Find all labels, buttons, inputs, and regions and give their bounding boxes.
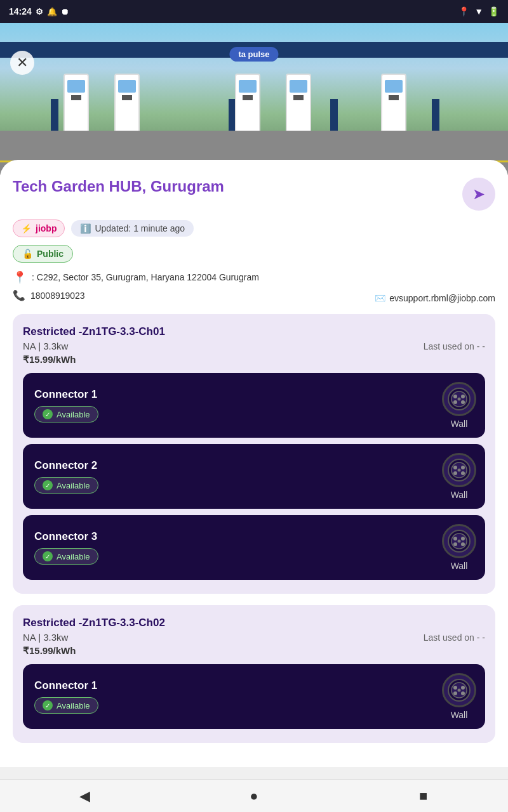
contact-row: 📞 18008919023 ✉️ evsupport.rbml@jiobp.co… bbox=[13, 289, 495, 306]
connector-2-1-status-text: Available bbox=[57, 701, 90, 710]
nav-back-button[interactable]: ◀ bbox=[68, 780, 101, 813]
nav-stop-button[interactable]: ■ bbox=[407, 780, 440, 813]
svg-point-6 bbox=[458, 398, 461, 401]
available-dot-icon: ✓ bbox=[43, 409, 53, 419]
charger-1-power: NA | 3.3kw bbox=[23, 341, 68, 351]
connector-1-1-left: Connector 1 ✓ Available bbox=[34, 388, 98, 422]
lock-icon: 🔓 bbox=[22, 249, 33, 259]
location-pin-icon: 📍 bbox=[13, 270, 27, 284]
svg-point-17 bbox=[461, 537, 465, 540]
charger-2-last-used: Last used on - - bbox=[424, 632, 485, 643]
connector-socket-2-icon bbox=[442, 453, 476, 487]
stop-square-icon: ■ bbox=[419, 788, 427, 804]
charger-visual-2 bbox=[114, 74, 140, 137]
connector-1-2-name: Connector 2 bbox=[34, 459, 98, 472]
svg-point-24 bbox=[461, 686, 465, 690]
battery-icon: 🔋 bbox=[488, 6, 499, 16]
svg-point-18 bbox=[453, 542, 457, 546]
status-bar: 14:24 ⚙ 🔔 ⏺ 📍 ▼ 🔋 bbox=[0, 0, 508, 23]
public-tag: 🔓 Public bbox=[13, 245, 73, 263]
charger-1-last-used: Last used on - - bbox=[424, 341, 485, 351]
close-icon: ✕ bbox=[17, 55, 28, 71]
phone-text: 18008919023 bbox=[30, 291, 85, 301]
svg-point-16 bbox=[453, 537, 457, 540]
svg-point-3 bbox=[461, 395, 465, 398]
public-label: Public bbox=[37, 249, 64, 259]
status-icon-record: ⏺ bbox=[61, 7, 69, 16]
phone-icon: 📞 bbox=[13, 289, 25, 301]
connector-socket-icon bbox=[442, 382, 476, 416]
available-dot-2-icon: ✓ bbox=[43, 480, 53, 490]
connector-1-2-label: Wall bbox=[451, 490, 468, 500]
svg-point-9 bbox=[453, 466, 457, 469]
connector-1-3-status: ✓ Available bbox=[34, 548, 98, 565]
tags-row: ⚡ jiobp ℹ️ Updated: 1 minute ago bbox=[13, 219, 495, 237]
svg-point-5 bbox=[461, 400, 465, 404]
svg-point-2 bbox=[453, 395, 457, 398]
connector-1-1[interactable]: Connector 1 ✓ Available bbox=[23, 373, 485, 438]
provider-tag: ⚡ jiobp bbox=[13, 219, 65, 237]
navigation-icon: ➤ bbox=[472, 185, 485, 203]
hero-image: ta pulse bbox=[0, 23, 508, 175]
connector-socket-3-icon bbox=[442, 524, 476, 558]
svg-point-13 bbox=[458, 469, 461, 472]
charger-visual-3 bbox=[235, 74, 260, 137]
status-icon-notify: 🔔 bbox=[47, 7, 57, 16]
connector-1-3-label: Wall bbox=[451, 561, 468, 571]
jiobp-icon: ⚡ bbox=[21, 223, 32, 233]
info-icon: ℹ️ bbox=[80, 223, 91, 233]
email-text: evsupport.rbml@jiobp.com bbox=[389, 293, 495, 303]
connector-2-1-name: Connector 1 bbox=[34, 679, 98, 692]
email-row: ✉️ evsupport.rbml@jiobp.com bbox=[375, 293, 495, 303]
connector-2-1-label: Wall bbox=[451, 710, 468, 720]
status-icon-settings: ⚙ bbox=[36, 7, 43, 16]
connector-1-2[interactable]: Connector 2 ✓ Available bbox=[23, 444, 485, 509]
connector-1-1-name: Connector 1 bbox=[34, 388, 98, 401]
navigate-button[interactable]: ➤ bbox=[462, 178, 495, 211]
svg-point-4 bbox=[453, 400, 457, 404]
available-dot-4-icon: ✓ bbox=[43, 700, 53, 710]
connector-socket-4-icon bbox=[442, 673, 476, 707]
svg-point-11 bbox=[453, 471, 457, 475]
available-dot-3-icon: ✓ bbox=[43, 551, 53, 561]
nav-home-button[interactable]: ● bbox=[237, 780, 271, 813]
email-icon: ✉️ bbox=[375, 293, 385, 303]
back-arrow-icon: ◀ bbox=[79, 788, 90, 804]
connector-1-1-status-text: Available bbox=[57, 410, 90, 419]
title-row: Tech Garden HUB, Gurugram ➤ bbox=[13, 178, 495, 211]
connector-1-1-label: Wall bbox=[451, 419, 468, 429]
brand-logo: ta pulse bbox=[229, 47, 278, 62]
svg-point-26 bbox=[461, 691, 465, 695]
connector-1-2-status-text: Available bbox=[57, 481, 90, 490]
wifi-icon: ▼ bbox=[474, 6, 483, 16]
charger-card-2-title: Restricted -Zn1TG-3.3-Ch02 bbox=[23, 617, 485, 629]
connector-2-1[interactable]: Connector 1 ✓ Available bbox=[23, 664, 485, 729]
connector-1-2-status: ✓ Available bbox=[34, 477, 98, 494]
connector-1-2-left: Connector 2 ✓ Available bbox=[34, 459, 98, 494]
connector-1-3-right: Wall bbox=[442, 524, 476, 571]
svg-point-23 bbox=[453, 686, 457, 690]
back-button[interactable]: ✕ bbox=[10, 51, 34, 75]
bottom-nav: ◀ ● ■ bbox=[0, 779, 508, 812]
charger-2-power: NA | 3.3kw bbox=[23, 632, 68, 643]
connector-1-1-right: Wall bbox=[442, 382, 476, 429]
connector-1-3-status-text: Available bbox=[57, 552, 90, 561]
svg-point-25 bbox=[453, 691, 457, 695]
home-circle-icon: ● bbox=[250, 788, 258, 804]
charger-card-1-title: Restricted -Zn1TG-3.3-Ch01 bbox=[23, 325, 485, 338]
svg-point-10 bbox=[461, 466, 465, 469]
svg-point-12 bbox=[461, 471, 465, 475]
provider-label: jiobp bbox=[36, 223, 57, 233]
charger-2-price: ₹15.99/kWh bbox=[23, 645, 485, 657]
updated-tag: ℹ️ Updated: 1 minute ago bbox=[71, 220, 194, 237]
address-row: 📍 : C292, Sector 35, Gurugram, Haryana 1… bbox=[13, 270, 495, 284]
status-time: 14:24 bbox=[9, 6, 32, 16]
svg-point-19 bbox=[461, 542, 465, 546]
connector-2-1-status: ✓ Available bbox=[34, 697, 98, 714]
phone-row: 📞 18008919023 bbox=[13, 289, 85, 301]
connector-2-1-left: Connector 1 ✓ Available bbox=[34, 679, 98, 714]
main-content: Tech Garden HUB, Gurugram ➤ ⚡ jiobp ℹ️ U… bbox=[0, 160, 508, 767]
charger-visual-4 bbox=[286, 74, 311, 137]
connector-1-3[interactable]: Connector 3 ✓ Available bbox=[23, 515, 485, 580]
connector-1-1-status: ✓ Available bbox=[34, 406, 98, 422]
